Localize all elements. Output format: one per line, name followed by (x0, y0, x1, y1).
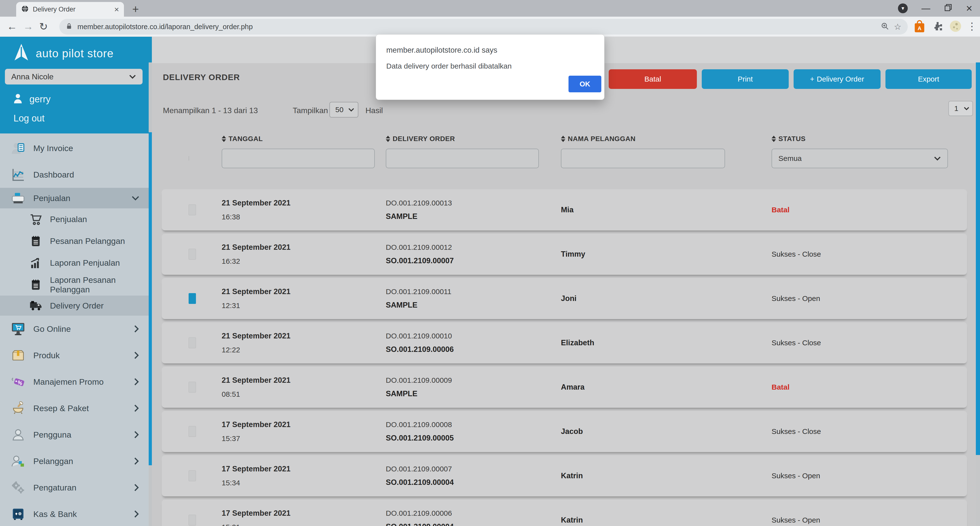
sidebar-item-my-invoice[interactable]: My Invoice (0, 135, 152, 161)
row-date: 17 September 2021 (222, 509, 386, 518)
sidebar-item-pelanggan[interactable]: Pelanggan (0, 448, 152, 474)
row-checkbox[interactable] (189, 337, 196, 348)
browser-update-icon[interactable]: ▾ (898, 3, 908, 13)
sidebar-scrollbar[interactable] (149, 62, 152, 526)
table-row[interactable]: 17 September 202115:37DO.001.2109.00008S… (162, 411, 967, 452)
sidebar-item-pesanan-pelanggan[interactable]: Pesanan Pelanggan (0, 230, 152, 252)
profile-avatar[interactable] (950, 20, 962, 33)
close-window-button[interactable]: × (966, 3, 972, 14)
row-checkbox[interactable] (189, 205, 196, 215)
row-reference: SO.001.2109.00005 (386, 434, 561, 442)
sidebar-item-pengaturan[interactable]: Pengaturan (0, 474, 152, 501)
row-checkbox[interactable] (189, 470, 196, 481)
sidebar-item-delivery-order[interactable]: Delivery Order (0, 296, 152, 316)
row-do-number: DO.001.2109.00010 (386, 332, 561, 340)
sidebar-item-produk[interactable]: Produk (0, 342, 152, 369)
print-button[interactable]: Print (702, 69, 789, 89)
row-checkbox[interactable] (189, 382, 196, 393)
row-time: 16:32 (222, 257, 386, 265)
chevron-down-icon (131, 195, 140, 201)
filter-status-select[interactable]: Semua (772, 149, 948, 168)
sidebar-scrollbar-thumb[interactable] (149, 132, 152, 465)
autopilot-extension-icon[interactable]: A (913, 20, 926, 34)
tab-title: Delivery Order (33, 6, 110, 13)
row-checkbox[interactable] (189, 249, 196, 259)
logout-link[interactable]: Log out (13, 113, 45, 124)
zoom-icon[interactable] (881, 22, 889, 31)
sidebar-header: auto pilot store Anna Nicole gerry Log o… (0, 37, 152, 133)
brand-name: auto pilot store (36, 47, 114, 60)
table-row[interactable]: 21 September 202108:51DO.001.2109.00009S… (162, 367, 967, 408)
main-content: DELIVERY ORDER Batal Print +Delivery Ord… (152, 37, 980, 526)
sidebar-item-laporan-penjualan[interactable]: Laporan Penjualan (0, 252, 152, 274)
column-header-tanggal[interactable]: TANGGAL (222, 135, 386, 143)
row-customer: Mia (561, 205, 772, 214)
content-scrollbar-thumb[interactable] (976, 62, 980, 455)
safe-icon (10, 506, 26, 522)
row-reference: SAMPLE (386, 212, 561, 221)
paper-plane-logo-icon (12, 43, 30, 64)
sidebar-item-dashboard[interactable]: Dashboard (0, 161, 152, 188)
add-delivery-order-button[interactable]: +Delivery Order (794, 69, 881, 89)
notes-icon (29, 278, 43, 292)
page-size-select[interactable]: 50 (329, 102, 358, 118)
back-icon[interactable]: ← (7, 21, 17, 32)
row-date: 21 September 2021 (222, 376, 386, 385)
table-row[interactable]: 17 September 202115:21DO.001.2109.00006S… (162, 499, 967, 526)
dialog-title: member.autopilotstore.co.id says (386, 46, 497, 55)
restore-window-button[interactable] (944, 3, 952, 13)
row-do-number: DO.001.2109.00006 (386, 509, 561, 517)
sidebar-item-kas-bank[interactable]: Kas & Bank (0, 501, 152, 526)
table-row[interactable]: 17 September 202115:34DO.001.2109.00007S… (162, 455, 967, 496)
bookmark-star-icon[interactable]: ☆ (894, 22, 901, 32)
invoice-icon (10, 140, 26, 156)
row-date: 21 September 2021 (222, 243, 386, 252)
page-number-select[interactable]: 1 (948, 101, 973, 116)
table-row[interactable]: 21 September 202116:38DO.001.2109.00013S… (162, 189, 967, 230)
row-reference: SO.001.2109.00006 (386, 345, 561, 354)
gears-icon (10, 480, 26, 496)
browser-menu-kebab-icon[interactable]: ⋮ (967, 21, 977, 32)
address-bar[interactable]: member.autopilotstore.co.id/laporan_deli… (59, 19, 908, 35)
content-scrollbar[interactable] (976, 62, 980, 526)
filter-tanggal-input[interactable] (222, 149, 375, 168)
row-time: 15:37 (222, 434, 386, 443)
table-row[interactable]: 21 September 202116:32DO.001.2109.00012S… (162, 234, 967, 275)
column-header-nama-pelanggan[interactable]: NAMA PELANGGAN (561, 135, 772, 143)
row-status: Batal (772, 206, 967, 214)
dialog-ok-button[interactable]: OK (568, 76, 601, 92)
row-checkbox[interactable] (189, 426, 196, 437)
page-title: DELIVERY ORDER (163, 73, 240, 82)
close-tab-icon[interactable]: × (114, 5, 119, 13)
store-selector[interactable]: Anna Nicole (5, 69, 143, 84)
filter-nama-pelanggan-input[interactable] (561, 149, 725, 168)
lock-icon (66, 22, 73, 31)
row-checkbox[interactable] (189, 293, 196, 304)
browser-tab[interactable]: Delivery Order × (16, 2, 124, 17)
extensions-puzzle-icon[interactable] (932, 21, 943, 33)
batal-button[interactable]: Batal (609, 69, 697, 89)
row-do-number: DO.001.2109.00009 (386, 376, 561, 385)
tag-icon: % (10, 374, 26, 389)
minimize-window-button[interactable]: — (921, 4, 930, 13)
sidebar-item-pengguna[interactable]: Pengguna (0, 421, 152, 448)
forward-icon[interactable]: → (23, 21, 33, 32)
filter-delivery-order-input[interactable] (386, 149, 539, 168)
table-row[interactable]: 21 September 202112:22DO.001.2109.00010S… (162, 322, 967, 363)
export-button[interactable]: Export (885, 69, 972, 89)
sidebar-item-manajemen-promo[interactable]: %Manajemen Promo (0, 369, 152, 395)
new-tab-button[interactable]: + (132, 2, 139, 16)
table-row[interactable]: 21 September 202112:31DO.001.2109.00011S… (162, 278, 967, 319)
column-header-delivery-order[interactable]: DELIVERY ORDER (386, 135, 561, 143)
sidebar-item-resep-paket[interactable]: Resep & Paket (0, 395, 152, 421)
username: gerry (29, 94, 51, 105)
sidebar-item-penjualan[interactable]: Penjualan (0, 188, 152, 208)
sidebar-item-laporan-pesanan-pelanggan[interactable]: Laporan Pesanan Pelanggan (0, 274, 152, 296)
reload-icon[interactable]: ↻ (39, 21, 48, 33)
select-all-checkbox[interactable] (189, 156, 189, 161)
row-checkbox[interactable] (189, 515, 196, 526)
sidebar-item-penjualan[interactable]: Penjualan (0, 208, 152, 230)
sidebar-item-go-online[interactable]: Go Online (0, 316, 152, 342)
tampilkan-label: Tampilkan (293, 106, 328, 115)
column-header-status[interactable]: STATUS (772, 135, 966, 143)
